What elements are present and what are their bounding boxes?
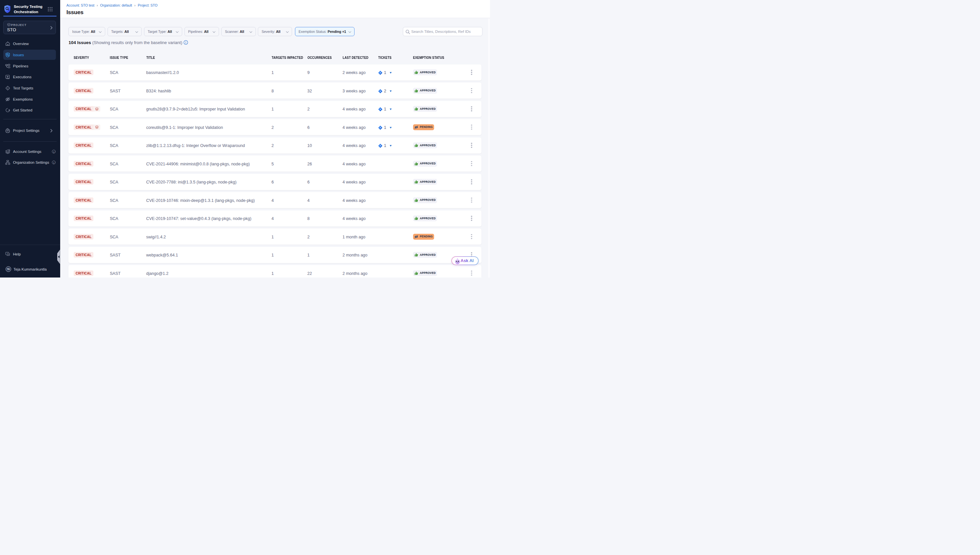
svg-text:?: ? (6, 252, 8, 255)
